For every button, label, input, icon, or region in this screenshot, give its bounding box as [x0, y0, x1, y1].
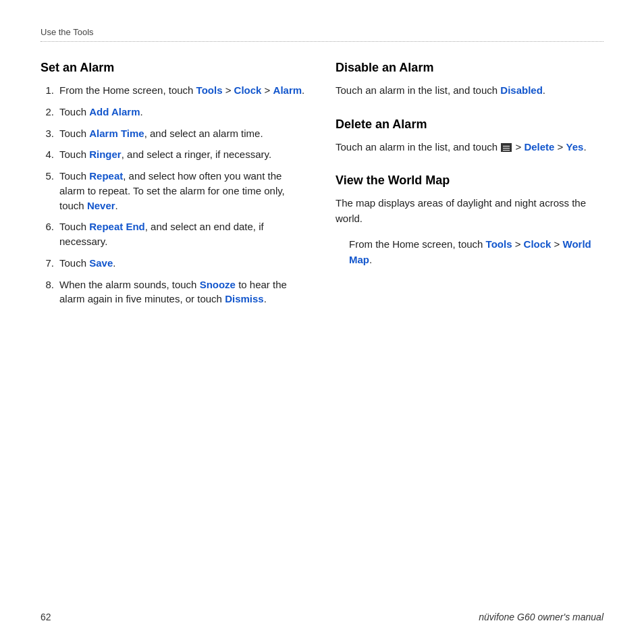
- list-item: 1. From the Home screen, touch Tools > C…: [41, 83, 308, 98]
- link-delete: Delete: [524, 141, 554, 153]
- set-alarm-steps: 1. From the Home screen, touch Tools > C…: [41, 83, 308, 306]
- content-columns: Set an Alarm 1. From the Home screen, to…: [41, 61, 603, 313]
- delete-alarm-title: Delete an Alarm: [336, 117, 603, 132]
- link-alarm-1: Alarm: [273, 84, 302, 96]
- delete-alarm-section: Delete an Alarm Touch an alarm in the li…: [336, 117, 603, 155]
- right-column: Disable an Alarm Touch an alarm in the l…: [336, 61, 603, 313]
- step-number: 5.: [41, 169, 54, 213]
- world-map-title: View the World Map: [336, 173, 603, 188]
- step-number: 6.: [41, 219, 54, 249]
- link-repeat: Repeat: [89, 170, 123, 182]
- step-content: Touch Add Alarm.: [59, 105, 308, 119]
- step-content: When the alarm sounds, touch Snooze to h…: [59, 277, 308, 307]
- step-content: Touch Alarm Time, and select an alarm ti…: [59, 126, 308, 141]
- link-dismiss: Dismiss: [225, 293, 264, 304]
- link-tools-2: Tools: [486, 238, 512, 250]
- link-add-alarm: Add Alarm: [89, 106, 140, 117]
- step-number: 4.: [41, 147, 54, 162]
- link-repeat-end: Repeat End: [89, 221, 145, 232]
- link-disabled: Disabled: [500, 84, 543, 96]
- step-content: Touch Save.: [59, 256, 308, 271]
- set-alarm-title: Set an Alarm: [41, 61, 308, 75]
- page-header: Use the Tools: [41, 27, 603, 42]
- list-item: 3. Touch Alarm Time, and select an alarm…: [41, 126, 308, 141]
- list-item: 5. Touch Repeat, and select how often yo…: [41, 169, 308, 213]
- link-never: Never: [87, 200, 115, 211]
- link-clock-2: Clock: [524, 238, 552, 250]
- header-text: Use the Tools: [41, 27, 94, 37]
- page-number: 62: [41, 612, 51, 622]
- page: Use the Tools Set an Alarm 1. From the H…: [0, 0, 644, 644]
- page-footer: 62 nüvifone G60 owner's manual: [41, 612, 603, 622]
- manual-title: nüvifone G60 owner's manual: [479, 612, 603, 622]
- world-map-section: View the World Map The map displays area…: [336, 173, 603, 267]
- link-save: Save: [89, 257, 113, 269]
- link-yes: Yes: [566, 141, 584, 153]
- link-ringer: Ringer: [89, 149, 122, 160]
- step-content: From the Home screen, touch Tools > Cloc…: [59, 83, 308, 98]
- step-content: Touch Repeat, and select how often you w…: [59, 169, 308, 213]
- step-content: Touch Repeat End, and select an end date…: [59, 219, 308, 249]
- disable-alarm-section: Disable an Alarm Touch an alarm in the l…: [336, 61, 603, 99]
- delete-alarm-body: Touch an alarm in the list, and touch > …: [336, 140, 603, 155]
- link-snooze: Snooze: [200, 279, 236, 290]
- list-item: 7. Touch Save.: [41, 256, 308, 271]
- step-number: 2.: [41, 105, 54, 119]
- step-number: 7.: [41, 256, 54, 271]
- disable-alarm-body: Touch an alarm in the list, and touch Di…: [336, 83, 603, 99]
- link-world-map: World Map: [349, 238, 591, 265]
- list-item: 2. Touch Add Alarm.: [41, 105, 308, 119]
- list-item: 4. Touch Ringer, and select a ringer, if…: [41, 147, 308, 162]
- disable-alarm-title: Disable an Alarm: [336, 61, 603, 75]
- step-content: Touch Ringer, and select a ringer, if ne…: [59, 147, 308, 162]
- menu-icon: [501, 143, 512, 152]
- step-number: 1.: [41, 83, 54, 98]
- list-item: 8. When the alarm sounds, touch Snooze t…: [41, 277, 308, 307]
- world-map-instruction: From the Home screen, touch Tools > Cloc…: [336, 237, 603, 267]
- link-tools-1: Tools: [196, 84, 223, 96]
- link-alarm-time: Alarm Time: [89, 128, 144, 139]
- world-map-description: The map displays areas of daylight and n…: [336, 196, 603, 226]
- step-number: 3.: [41, 126, 54, 141]
- link-clock-1: Clock: [234, 84, 262, 96]
- list-item: 6. Touch Repeat End, and select an end d…: [41, 219, 308, 249]
- left-column: Set an Alarm 1. From the Home screen, to…: [41, 61, 308, 313]
- step-number: 8.: [41, 277, 54, 307]
